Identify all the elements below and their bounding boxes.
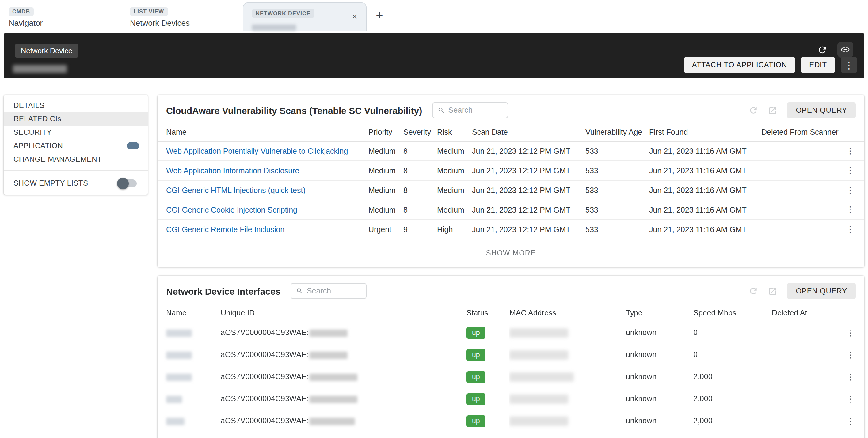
column-header-deleted-at: Deleted At <box>772 305 839 322</box>
open-in-new-icon[interactable] <box>768 287 777 296</box>
vulnerability-card-header: CloudAware Vulnerability Scans (Tenable … <box>158 95 864 124</box>
redacted-unique-id-suffix <box>310 418 355 425</box>
interfaces-card: Network Device Interfaces OPEN QUERY <box>158 276 864 438</box>
redacted-mac-address <box>509 372 574 382</box>
tab-bar: CMDB Navigator LIST VIEW Network Devices… <box>0 0 868 31</box>
sidebar-item-details[interactable]: DETAILS <box>4 99 148 112</box>
redacted-mac-address <box>509 395 568 404</box>
vulnerability-row: Web Application Potentially Vulnerable t… <box>158 141 864 161</box>
vulnerability-table: Name Priority Severity Risk Scan Date Vu… <box>158 124 864 239</box>
redacted-record-title <box>13 65 67 73</box>
cell-first-found: Jun 21, 2023 11:16 AM GMT <box>649 161 761 180</box>
cell-priority: Medium <box>368 141 403 161</box>
vulnerability-scans-card: CloudAware Vulnerability Scans (Tenable … <box>158 95 864 267</box>
main-column: CloudAware Vulnerability Scans (Tenable … <box>158 95 864 438</box>
row-kebab-icon[interactable]: ⋮ <box>846 372 855 382</box>
tab-label-redacted <box>252 20 314 31</box>
attach-to-application-button[interactable]: ATTACH TO APPLICATION <box>684 57 795 73</box>
unique-id-prefix: aOS7V0000004C93WAE: <box>221 351 309 359</box>
cell-deleted-from-scanner <box>761 180 841 200</box>
sidebar-item-application[interactable]: APPLICATION <box>4 139 148 153</box>
interface-row: aOS7V0000004C93WAE: up unknown 2,000 ⋮ <box>158 366 864 388</box>
show-more-button[interactable]: SHOW MORE <box>158 432 864 438</box>
cell-risk: Medium <box>437 161 472 180</box>
tab-list-view-network-devices[interactable]: LIST VIEW Network Devices <box>121 0 243 31</box>
cell-priority: Urgent <box>368 220 403 239</box>
sidebar-item-change-management[interactable]: CHANGE MANAGEMENT <box>4 153 148 166</box>
search-icon <box>296 287 303 295</box>
edit-button[interactable]: EDIT <box>801 57 835 73</box>
row-kebab-icon[interactable]: ⋮ <box>846 416 855 426</box>
open-query-button[interactable]: OPEN QUERY <box>787 102 856 118</box>
cell-scan-date: Jun 21, 2023 12:12 PM GMT <box>472 141 585 161</box>
app-window: CMDB Navigator LIST VIEW Network Devices… <box>0 0 868 438</box>
link-icon[interactable] <box>837 42 853 58</box>
interfaces-search-input[interactable] <box>307 287 361 295</box>
vulnerability-link[interactable]: Web Application Information Disclosure <box>166 166 300 175</box>
cell-type: unknown <box>626 388 693 410</box>
row-kebab-icon[interactable]: ⋮ <box>846 394 855 404</box>
cell-unique-id: aOS7V0000004C93WAE: <box>221 410 466 432</box>
vulnerability-search-input[interactable] <box>448 106 503 114</box>
vulnerability-search-box <box>432 102 508 118</box>
cell-risk: Medium <box>437 180 472 200</box>
cell-priority: Medium <box>368 200 403 220</box>
record-header-icons <box>814 42 853 58</box>
row-kebab-icon[interactable]: ⋮ <box>846 350 855 360</box>
cell-deleted-at <box>772 410 839 432</box>
record-header-actions: ATTACH TO APPLICATION EDIT ⋮ <box>684 57 857 73</box>
redacted-mac-address <box>509 328 568 338</box>
cell-first-found: Jun 21, 2023 11:16 AM GMT <box>649 200 761 220</box>
refresh-icon[interactable] <box>748 105 758 115</box>
interface-row: aOS7V0000004C93WAE: up unknown 0 ⋮ <box>158 344 864 366</box>
unique-id-prefix: aOS7V0000004C93WAE: <box>221 373 309 381</box>
row-kebab-icon[interactable]: ⋮ <box>846 146 855 156</box>
cell-priority: Medium <box>368 161 403 180</box>
column-header-risk: Risk <box>437 124 472 141</box>
column-header-name: Name <box>158 124 368 141</box>
vulnerability-link[interactable]: CGI Generic Remote File Inclusion <box>166 225 284 234</box>
cell-scan-date: Jun 21, 2023 12:12 PM GMT <box>472 200 585 220</box>
status-badge: up <box>466 349 486 361</box>
record-kebab-icon[interactable]: ⋮ <box>841 57 857 73</box>
unique-id-prefix: aOS7V0000004C93WAE: <box>221 395 309 403</box>
show-empty-lists-toggle[interactable] <box>118 179 137 187</box>
row-kebab-icon[interactable]: ⋮ <box>846 224 855 234</box>
vulnerability-link[interactable]: Web Application Potentially Vulnerable t… <box>166 147 348 155</box>
tab-badge-cmdb: CMDB <box>8 7 34 16</box>
sidebar-item-related-cis[interactable]: RELATED CIs <box>4 112 148 126</box>
open-in-new-icon[interactable] <box>768 106 777 115</box>
redacted-unique-id-suffix <box>310 351 348 359</box>
cell-first-found: Jun 21, 2023 11:16 AM GMT <box>649 220 761 239</box>
tab-badge-network-device: NETWORK DEVICE <box>252 9 314 18</box>
tab-network-device-active[interactable]: NETWORK DEVICE × <box>243 2 367 31</box>
tab-badge-list-view: LIST VIEW <box>130 7 168 16</box>
new-tab-button[interactable]: + <box>370 0 389 31</box>
interfaces-card-header: Network Device Interfaces OPEN QUERY <box>158 276 864 305</box>
refresh-icon[interactable] <box>814 42 830 58</box>
vulnerability-link[interactable]: CGI Generic Cookie Injection Scripting <box>166 205 297 214</box>
row-kebab-icon[interactable]: ⋮ <box>846 165 855 175</box>
close-tab-icon[interactable]: × <box>352 12 358 21</box>
sidebar-item-security[interactable]: SECURITY <box>4 126 148 139</box>
cell-deleted-from-scanner <box>761 220 841 239</box>
cell-risk: Medium <box>437 200 472 220</box>
column-header-mac-address: MAC Address <box>509 305 626 322</box>
cell-risk: Medium <box>437 141 472 161</box>
tab-label-network-devices: Network Devices <box>130 19 234 28</box>
vulnerability-row: CGI Generic HTML Injections (quick test)… <box>158 180 864 200</box>
interfaces-table: Name Unique ID Status MAC Address Type S… <box>158 305 864 432</box>
row-kebab-icon[interactable]: ⋮ <box>846 205 855 214</box>
column-header-speed-mbps: Speed Mbps <box>693 305 772 322</box>
row-kebab-icon[interactable]: ⋮ <box>846 185 855 195</box>
sidebar-item-label: CHANGE MANAGEMENT <box>13 155 102 164</box>
vulnerability-row: CGI Generic Cookie Injection Scripting M… <box>158 200 864 220</box>
row-kebab-icon[interactable]: ⋮ <box>846 328 855 338</box>
open-query-button[interactable]: OPEN QUERY <box>787 283 856 299</box>
cell-vulnerability-age: 533 <box>585 180 649 200</box>
refresh-icon[interactable] <box>748 286 758 296</box>
vulnerability-link[interactable]: CGI Generic HTML Injections (quick test) <box>166 186 306 195</box>
show-more-button[interactable]: SHOW MORE <box>158 239 864 267</box>
tab-cmdb-navigator[interactable]: CMDB Navigator <box>0 0 121 31</box>
cell-unique-id: aOS7V0000004C93WAE: <box>221 344 466 366</box>
